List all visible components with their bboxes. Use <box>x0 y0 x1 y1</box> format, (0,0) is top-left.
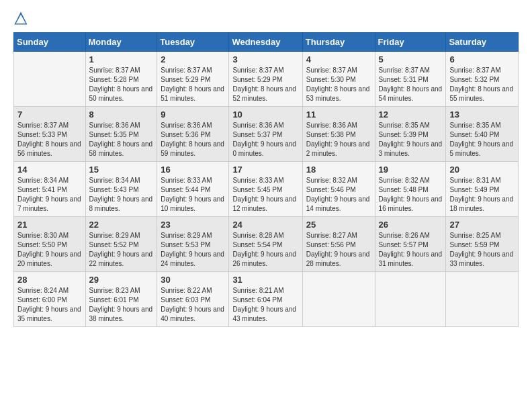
calendar-cell: 29Sunrise: 8:23 AM Sunset: 6:01 PM Dayli… <box>85 272 157 327</box>
day-number: 9 <box>161 109 225 120</box>
day-number: 26 <box>379 220 443 230</box>
day-number: 20 <box>449 165 515 175</box>
day-number: 4 <box>306 54 371 64</box>
calendar-cell: 1Sunrise: 8:37 AM Sunset: 5:28 PM Daylig… <box>85 52 157 107</box>
calendar-day-header: Monday <box>85 33 157 52</box>
calendar-cell: 5Sunrise: 8:37 AM Sunset: 5:31 PM Daylig… <box>375 52 446 107</box>
day-info: Sunrise: 8:35 AM Sunset: 5:39 PM Dayligh… <box>379 121 443 158</box>
calendar-cell: 17Sunrise: 8:33 AM Sunset: 5:45 PM Dayli… <box>229 162 302 217</box>
day-number: 29 <box>89 275 154 285</box>
calendar-cell: 25Sunrise: 8:27 AM Sunset: 5:56 PM Dayli… <box>302 217 375 272</box>
day-number: 17 <box>232 165 298 175</box>
calendar-day-header: Friday <box>375 33 446 52</box>
day-info: Sunrise: 8:37 AM Sunset: 5:28 PM Dayligh… <box>89 66 154 103</box>
calendar-cell: 20Sunrise: 8:31 AM Sunset: 5:49 PM Dayli… <box>446 162 519 217</box>
calendar-cell: 16Sunrise: 8:33 AM Sunset: 5:44 PM Dayli… <box>157 162 229 217</box>
calendar-cell: 2Sunrise: 8:37 AM Sunset: 5:29 PM Daylig… <box>157 52 229 107</box>
day-number: 14 <box>17 165 82 175</box>
day-number: 10 <box>232 109 298 120</box>
calendar-cell: 23Sunrise: 8:29 AM Sunset: 5:53 PM Dayli… <box>157 217 229 272</box>
day-number: 13 <box>449 109 515 120</box>
calendar-cell <box>302 272 375 327</box>
calendar-cell: 13Sunrise: 8:35 AM Sunset: 5:40 PM Dayli… <box>446 107 519 162</box>
day-info: Sunrise: 8:36 AM Sunset: 5:35 PM Dayligh… <box>89 121 154 158</box>
day-number: 11 <box>306 109 371 120</box>
calendar-cell <box>446 272 519 327</box>
calendar-cell: 3Sunrise: 8:37 AM Sunset: 5:29 PM Daylig… <box>229 52 302 107</box>
day-info: Sunrise: 8:29 AM Sunset: 5:53 PM Dayligh… <box>161 231 225 269</box>
day-number: 7 <box>17 109 82 120</box>
calendar-header-row: SundayMondayTuesdayWednesdayThursdayFrid… <box>14 33 519 52</box>
day-info: Sunrise: 8:31 AM Sunset: 5:49 PM Dayligh… <box>449 176 515 214</box>
calendar-table: SundayMondayTuesdayWednesdayThursdayFrid… <box>13 32 519 327</box>
day-number: 27 <box>449 220 515 230</box>
day-number: 16 <box>161 165 225 175</box>
day-info: Sunrise: 8:33 AM Sunset: 5:45 PM Dayligh… <box>232 176 298 214</box>
day-info: Sunrise: 8:27 AM Sunset: 5:56 PM Dayligh… <box>306 231 371 269</box>
calendar-cell: 27Sunrise: 8:25 AM Sunset: 5:59 PM Dayli… <box>446 217 519 272</box>
calendar-day-header: Tuesday <box>157 33 229 52</box>
day-info: Sunrise: 8:35 AM Sunset: 5:40 PM Dayligh… <box>449 121 515 158</box>
calendar-week-row: 1Sunrise: 8:37 AM Sunset: 5:28 PM Daylig… <box>14 52 519 107</box>
day-info: Sunrise: 8:37 AM Sunset: 5:33 PM Dayligh… <box>17 121 82 158</box>
day-info: Sunrise: 8:23 AM Sunset: 6:01 PM Dayligh… <box>89 286 154 324</box>
calendar-week-row: 14Sunrise: 8:34 AM Sunset: 5:41 PM Dayli… <box>14 162 519 217</box>
logo <box>13 11 31 26</box>
calendar-cell: 15Sunrise: 8:34 AM Sunset: 5:43 PM Dayli… <box>85 162 157 217</box>
day-info: Sunrise: 8:34 AM Sunset: 5:43 PM Dayligh… <box>89 176 154 214</box>
day-info: Sunrise: 8:32 AM Sunset: 5:46 PM Dayligh… <box>306 176 371 214</box>
calendar-cell: 6Sunrise: 8:37 AM Sunset: 5:32 PM Daylig… <box>446 52 519 107</box>
calendar-cell: 31Sunrise: 8:21 AM Sunset: 6:04 PM Dayli… <box>229 272 302 327</box>
page-header <box>13 11 519 26</box>
day-number: 19 <box>379 165 443 175</box>
day-info: Sunrise: 8:25 AM Sunset: 5:59 PM Dayligh… <box>449 231 515 269</box>
day-number: 3 <box>232 54 298 64</box>
day-number: 8 <box>89 109 154 120</box>
day-info: Sunrise: 8:37 AM Sunset: 5:31 PM Dayligh… <box>379 66 443 103</box>
day-number: 15 <box>89 165 154 175</box>
day-number: 22 <box>89 220 154 230</box>
calendar-week-row: 28Sunrise: 8:24 AM Sunset: 6:00 PM Dayli… <box>14 272 519 327</box>
day-info: Sunrise: 8:29 AM Sunset: 5:52 PM Dayligh… <box>89 231 154 269</box>
calendar-cell: 26Sunrise: 8:26 AM Sunset: 5:57 PM Dayli… <box>375 217 446 272</box>
day-number: 2 <box>161 54 225 64</box>
calendar-cell: 10Sunrise: 8:36 AM Sunset: 5:37 PM Dayli… <box>229 107 302 162</box>
calendar-cell: 18Sunrise: 8:32 AM Sunset: 5:46 PM Dayli… <box>302 162 375 217</box>
day-number: 24 <box>232 220 298 230</box>
calendar-cell: 8Sunrise: 8:36 AM Sunset: 5:35 PM Daylig… <box>85 107 157 162</box>
day-number: 21 <box>17 220 82 230</box>
day-number: 31 <box>232 275 298 285</box>
day-number: 5 <box>379 54 443 64</box>
day-number: 1 <box>89 54 154 64</box>
day-number: 28 <box>17 275 82 285</box>
calendar-week-row: 21Sunrise: 8:30 AM Sunset: 5:50 PM Dayli… <box>14 217 519 272</box>
calendar-cell: 11Sunrise: 8:36 AM Sunset: 5:38 PM Dayli… <box>302 107 375 162</box>
day-info: Sunrise: 8:24 AM Sunset: 6:00 PM Dayligh… <box>17 286 82 324</box>
calendar-week-row: 7Sunrise: 8:37 AM Sunset: 5:33 PM Daylig… <box>14 107 519 162</box>
day-info: Sunrise: 8:37 AM Sunset: 5:30 PM Dayligh… <box>306 66 371 103</box>
calendar-cell: 14Sunrise: 8:34 AM Sunset: 5:41 PM Dayli… <box>14 162 86 217</box>
day-info: Sunrise: 8:37 AM Sunset: 5:29 PM Dayligh… <box>161 66 225 103</box>
calendar-day-header: Saturday <box>446 33 519 52</box>
day-number: 30 <box>161 275 225 285</box>
day-info: Sunrise: 8:33 AM Sunset: 5:44 PM Dayligh… <box>161 176 225 214</box>
calendar-cell: 28Sunrise: 8:24 AM Sunset: 6:00 PM Dayli… <box>14 272 86 327</box>
calendar-cell: 21Sunrise: 8:30 AM Sunset: 5:50 PM Dayli… <box>14 217 86 272</box>
day-info: Sunrise: 8:30 AM Sunset: 5:50 PM Dayligh… <box>17 231 82 269</box>
page-container: SundayMondayTuesdayWednesdayThursdayFrid… <box>0 0 532 411</box>
day-number: 23 <box>161 220 225 230</box>
calendar-cell <box>14 52 86 107</box>
day-info: Sunrise: 8:26 AM Sunset: 5:57 PM Dayligh… <box>379 231 443 269</box>
day-info: Sunrise: 8:37 AM Sunset: 5:29 PM Dayligh… <box>232 66 298 103</box>
calendar-cell: 24Sunrise: 8:28 AM Sunset: 5:54 PM Dayli… <box>229 217 302 272</box>
calendar-cell: 9Sunrise: 8:36 AM Sunset: 5:36 PM Daylig… <box>157 107 229 162</box>
day-info: Sunrise: 8:34 AM Sunset: 5:41 PM Dayligh… <box>17 176 82 214</box>
day-info: Sunrise: 8:36 AM Sunset: 5:37 PM Dayligh… <box>232 121 298 158</box>
day-info: Sunrise: 8:22 AM Sunset: 6:03 PM Dayligh… <box>161 286 225 324</box>
logo-icon <box>13 11 28 26</box>
calendar-cell: 22Sunrise: 8:29 AM Sunset: 5:52 PM Dayli… <box>85 217 157 272</box>
calendar-cell: 12Sunrise: 8:35 AM Sunset: 5:39 PM Dayli… <box>375 107 446 162</box>
calendar-cell <box>375 272 446 327</box>
day-info: Sunrise: 8:36 AM Sunset: 5:36 PM Dayligh… <box>161 121 225 158</box>
calendar-day-header: Wednesday <box>229 33 302 52</box>
